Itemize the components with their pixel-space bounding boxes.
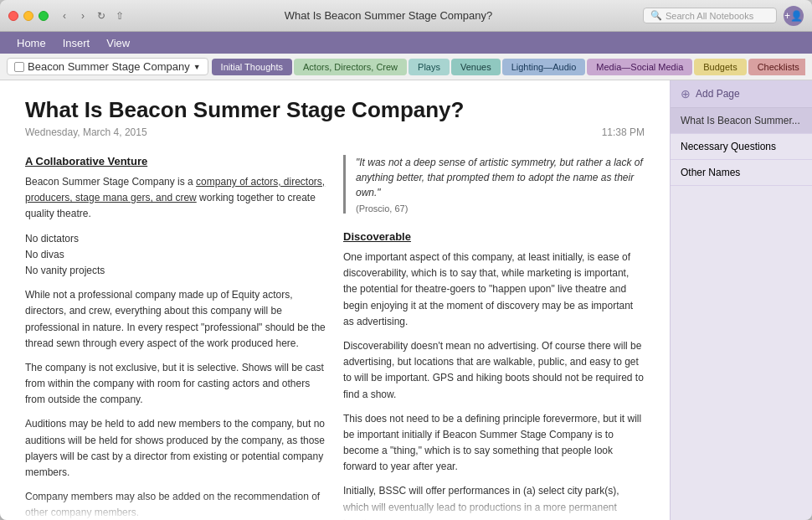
tab-checklists[interactable]: Checklists [748,59,805,75]
tab-initial-thoughts[interactable]: Initial Thoughts [212,59,292,75]
page-metadata: Wednesday, March 4, 2015 11:38 PM [25,126,645,138]
plus-circle-icon: ⊕ [681,87,691,100]
quote-text: "It was not a deep sense of artistic sym… [356,155,645,200]
collaborative-text-2: No dictatorsNo divasNo vanity projects [25,231,326,280]
quote-attribution: (Proscio, 67) [356,203,645,214]
add-user-button[interactable]: +👤 [784,6,804,26]
page-title: What Is Beacon Summer Stage Company? [25,97,645,123]
menu-view[interactable]: View [98,32,138,54]
window-controls [8,11,49,21]
right-column: "It was not a deep sense of artistic sym… [343,155,645,520]
search-icon: 🔍 [650,10,662,21]
add-page-label: Add Page [696,88,740,100]
quote-box: "It was not a deep sense of artistic sym… [343,155,645,214]
back-button[interactable]: ‹ [57,8,72,23]
sidebar-page-other-names[interactable]: Other Names [671,160,812,186]
maximize-button[interactable] [39,11,49,21]
share-button[interactable]: ⇧ [112,8,127,23]
main-content: What Is Beacon Summer Stage Company? Wed… [0,80,812,520]
notebook-title-text: Beacon Summer Stage Company [28,60,190,73]
search-bar[interactable]: 🔍 Search All Notebooks [643,8,777,23]
nav-buttons: ‹ › ↻ ⇧ [57,8,127,23]
page-time-text: 11:38 PM [602,126,645,138]
tab-plays[interactable]: Plays [409,59,450,75]
collaborative-text-1: Beacon Summer Stage Company is a company… [25,174,326,223]
person-icon: +👤 [784,10,803,22]
notebook-checkbox [14,62,24,72]
right-sidebar: ⊕ Add Page What Is Beacon Summer... Nece… [670,80,812,520]
tab-lighting[interactable]: Lighting—Audio [502,59,586,75]
close-button[interactable] [8,11,18,21]
menu-bar: Home Insert View [0,32,812,54]
discoverable-text-4: Initially, BSSC will offer performances … [343,483,645,520]
tab-media[interactable]: Media—Social Media [587,59,692,75]
forward-button[interactable]: › [75,8,90,23]
tab-venues[interactable]: Venues [451,59,501,75]
sidebar-page-what-is[interactable]: What Is Beacon Summer... [671,108,812,134]
add-page-button[interactable]: ⊕ Add Page [671,80,812,108]
section-discoverable-title: Discoverable [343,230,645,243]
discoverable-text-2: Discoverability doesn't mean no advertis… [343,338,645,403]
page-content-area[interactable]: What Is Beacon Summer Stage Company? Wed… [0,80,670,520]
chevron-down-icon: ▼ [193,63,201,71]
collaborative-text-6: Company members may also be added on the… [25,489,326,520]
menu-insert[interactable]: Insert [54,32,99,54]
collaborative-text-4: The company is not exclusive, but it is … [25,360,326,409]
tab-actors[interactable]: Actors, Directors, Crew [294,59,407,75]
title-bar: ‹ › ↻ ⇧ What Is Beacon Summer Stage Comp… [0,0,812,32]
left-column: A Collaborative Venture Beacon Summer St… [25,155,326,520]
menu-home[interactable]: Home [8,32,54,54]
section-collaborative-title: A Collaborative Venture [25,155,326,167]
discoverable-text-3: This does not need to be a defining prin… [343,411,645,476]
underline-company: company of actors, directors, producers,… [25,176,325,203]
tab-budgets[interactable]: Budgets [694,59,746,75]
app-window: ‹ › ↻ ⇧ What Is Beacon Summer Stage Comp… [0,0,812,520]
discoverable-text-1: One important aspect of this company, at… [343,250,645,330]
window-title: What Is Beacon Summer Stage Company? [134,9,643,22]
notebook-bar: Beacon Summer Stage Company ▼ Initial Th… [0,54,812,80]
sidebar-page-necessary[interactable]: Necessary Questions [671,134,812,160]
minimize-button[interactable] [23,11,33,21]
notebook-selector[interactable]: Beacon Summer Stage Company ▼ [7,58,208,75]
refresh-button[interactable]: ↻ [94,8,109,23]
collaborative-text-5: Auditions may be held to add new members… [25,416,326,481]
tabs-bar: Initial Thoughts Actors, Directors, Crew… [212,59,805,75]
content-columns: A Collaborative Venture Beacon Summer St… [25,155,645,520]
page-date-text: Wednesday, March 4, 2015 [25,126,147,138]
collaborative-text-3: While not a professional company made up… [25,287,326,352]
